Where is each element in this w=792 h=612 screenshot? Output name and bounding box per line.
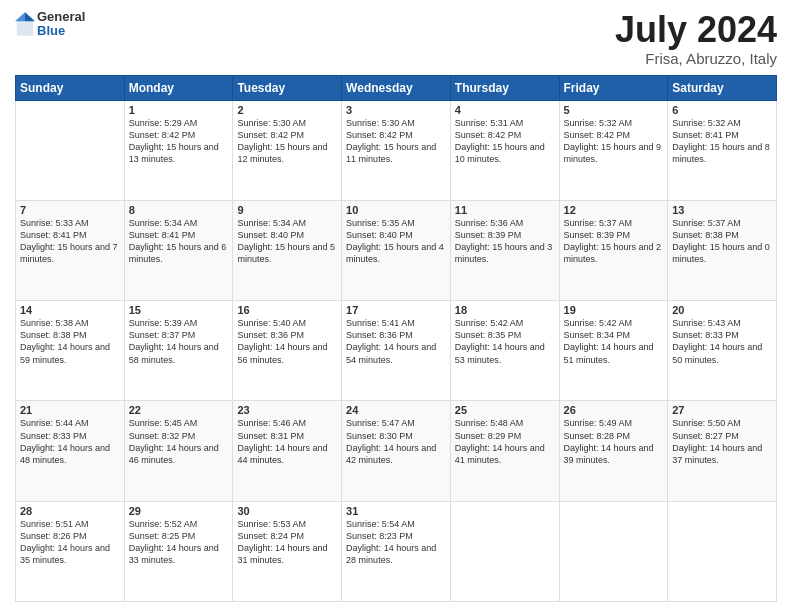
- day-info: Sunrise: 5:45 AMSunset: 8:32 PMDaylight:…: [129, 418, 219, 464]
- day-cell: 14 Sunrise: 5:38 AMSunset: 8:38 PMDaylig…: [16, 301, 125, 401]
- day-info: Sunrise: 5:46 AMSunset: 8:31 PMDaylight:…: [237, 418, 327, 464]
- day-info: Sunrise: 5:35 AMSunset: 8:40 PMDaylight:…: [346, 218, 444, 264]
- day-cell: 25 Sunrise: 5:48 AMSunset: 8:29 PMDaylig…: [450, 401, 559, 501]
- day-cell: 21 Sunrise: 5:44 AMSunset: 8:33 PMDaylig…: [16, 401, 125, 501]
- logo: General Blue: [15, 10, 85, 39]
- logo-text: General Blue: [37, 10, 85, 39]
- day-cell: 28 Sunrise: 5:51 AMSunset: 8:26 PMDaylig…: [16, 501, 125, 601]
- day-number: 22: [129, 404, 229, 416]
- day-number: 3: [346, 104, 446, 116]
- day-info: Sunrise: 5:54 AMSunset: 8:23 PMDaylight:…: [346, 519, 436, 565]
- day-cell: 16 Sunrise: 5:40 AMSunset: 8:36 PMDaylig…: [233, 301, 342, 401]
- day-cell: 27 Sunrise: 5:50 AMSunset: 8:27 PMDaylig…: [668, 401, 777, 501]
- day-number: 30: [237, 505, 337, 517]
- day-info: Sunrise: 5:38 AMSunset: 8:38 PMDaylight:…: [20, 318, 110, 364]
- day-number: 17: [346, 304, 446, 316]
- day-cell: 17 Sunrise: 5:41 AMSunset: 8:36 PMDaylig…: [342, 301, 451, 401]
- day-info: Sunrise: 5:51 AMSunset: 8:26 PMDaylight:…: [20, 519, 110, 565]
- day-cell: 9 Sunrise: 5:34 AMSunset: 8:40 PMDayligh…: [233, 200, 342, 300]
- day-cell: [16, 100, 125, 200]
- weekday-header-saturday: Saturday: [668, 75, 777, 100]
- day-cell: 22 Sunrise: 5:45 AMSunset: 8:32 PMDaylig…: [124, 401, 233, 501]
- day-cell: 3 Sunrise: 5:30 AMSunset: 8:42 PMDayligh…: [342, 100, 451, 200]
- day-info: Sunrise: 5:32 AMSunset: 8:42 PMDaylight:…: [564, 118, 662, 164]
- day-info: Sunrise: 5:30 AMSunset: 8:42 PMDaylight:…: [237, 118, 327, 164]
- day-info: Sunrise: 5:36 AMSunset: 8:39 PMDaylight:…: [455, 218, 553, 264]
- day-number: 7: [20, 204, 120, 216]
- day-number: 29: [129, 505, 229, 517]
- day-number: 21: [20, 404, 120, 416]
- logo-icon: [15, 10, 35, 38]
- day-cell: 15 Sunrise: 5:39 AMSunset: 8:37 PMDaylig…: [124, 301, 233, 401]
- day-cell: 19 Sunrise: 5:42 AMSunset: 8:34 PMDaylig…: [559, 301, 668, 401]
- day-cell: 13 Sunrise: 5:37 AMSunset: 8:38 PMDaylig…: [668, 200, 777, 300]
- day-number: 9: [237, 204, 337, 216]
- logo-general: General: [37, 9, 85, 24]
- day-cell: 26 Sunrise: 5:49 AMSunset: 8:28 PMDaylig…: [559, 401, 668, 501]
- day-info: Sunrise: 5:49 AMSunset: 8:28 PMDaylight:…: [564, 418, 654, 464]
- day-cell: 31 Sunrise: 5:54 AMSunset: 8:23 PMDaylig…: [342, 501, 451, 601]
- day-number: 31: [346, 505, 446, 517]
- day-info: Sunrise: 5:33 AMSunset: 8:41 PMDaylight:…: [20, 218, 118, 264]
- day-info: Sunrise: 5:34 AMSunset: 8:41 PMDaylight:…: [129, 218, 227, 264]
- day-cell: 11 Sunrise: 5:36 AMSunset: 8:39 PMDaylig…: [450, 200, 559, 300]
- day-number: 24: [346, 404, 446, 416]
- day-cell: 6 Sunrise: 5:32 AMSunset: 8:41 PMDayligh…: [668, 100, 777, 200]
- logo-blue: Blue: [37, 23, 65, 38]
- day-cell: 23 Sunrise: 5:46 AMSunset: 8:31 PMDaylig…: [233, 401, 342, 501]
- day-number: 1: [129, 104, 229, 116]
- day-cell: 5 Sunrise: 5:32 AMSunset: 8:42 PMDayligh…: [559, 100, 668, 200]
- weekday-header-wednesday: Wednesday: [342, 75, 451, 100]
- month-title: July 2024: [615, 10, 777, 50]
- day-info: Sunrise: 5:43 AMSunset: 8:33 PMDaylight:…: [672, 318, 762, 364]
- weekday-header-sunday: Sunday: [16, 75, 125, 100]
- day-info: Sunrise: 5:31 AMSunset: 8:42 PMDaylight:…: [455, 118, 545, 164]
- week-row-2: 14 Sunrise: 5:38 AMSunset: 8:38 PMDaylig…: [16, 301, 777, 401]
- weekday-header-thursday: Thursday: [450, 75, 559, 100]
- day-number: 14: [20, 304, 120, 316]
- day-info: Sunrise: 5:34 AMSunset: 8:40 PMDaylight:…: [237, 218, 335, 264]
- day-cell: 18 Sunrise: 5:42 AMSunset: 8:35 PMDaylig…: [450, 301, 559, 401]
- day-info: Sunrise: 5:32 AMSunset: 8:41 PMDaylight:…: [672, 118, 770, 164]
- day-number: 10: [346, 204, 446, 216]
- day-info: Sunrise: 5:39 AMSunset: 8:37 PMDaylight:…: [129, 318, 219, 364]
- day-cell: 30 Sunrise: 5:53 AMSunset: 8:24 PMDaylig…: [233, 501, 342, 601]
- day-cell: [559, 501, 668, 601]
- day-cell: 2 Sunrise: 5:30 AMSunset: 8:42 PMDayligh…: [233, 100, 342, 200]
- day-number: 25: [455, 404, 555, 416]
- day-info: Sunrise: 5:53 AMSunset: 8:24 PMDaylight:…: [237, 519, 327, 565]
- title-section: July 2024 Frisa, Abruzzo, Italy: [615, 10, 777, 67]
- day-cell: 20 Sunrise: 5:43 AMSunset: 8:33 PMDaylig…: [668, 301, 777, 401]
- day-cell: 1 Sunrise: 5:29 AMSunset: 8:42 PMDayligh…: [124, 100, 233, 200]
- page: General Blue July 2024 Frisa, Abruzzo, I…: [0, 0, 792, 612]
- day-number: 2: [237, 104, 337, 116]
- day-number: 15: [129, 304, 229, 316]
- day-cell: 4 Sunrise: 5:31 AMSunset: 8:42 PMDayligh…: [450, 100, 559, 200]
- day-number: 5: [564, 104, 664, 116]
- day-number: 11: [455, 204, 555, 216]
- day-info: Sunrise: 5:44 AMSunset: 8:33 PMDaylight:…: [20, 418, 110, 464]
- week-row-3: 21 Sunrise: 5:44 AMSunset: 8:33 PMDaylig…: [16, 401, 777, 501]
- header: General Blue July 2024 Frisa, Abruzzo, I…: [15, 10, 777, 67]
- day-cell: 24 Sunrise: 5:47 AMSunset: 8:30 PMDaylig…: [342, 401, 451, 501]
- weekday-header-monday: Monday: [124, 75, 233, 100]
- week-row-1: 7 Sunrise: 5:33 AMSunset: 8:41 PMDayligh…: [16, 200, 777, 300]
- weekday-header-tuesday: Tuesday: [233, 75, 342, 100]
- day-number: 27: [672, 404, 772, 416]
- day-info: Sunrise: 5:47 AMSunset: 8:30 PMDaylight:…: [346, 418, 436, 464]
- day-number: 16: [237, 304, 337, 316]
- day-info: Sunrise: 5:48 AMSunset: 8:29 PMDaylight:…: [455, 418, 545, 464]
- day-info: Sunrise: 5:37 AMSunset: 8:39 PMDaylight:…: [564, 218, 662, 264]
- day-number: 28: [20, 505, 120, 517]
- day-info: Sunrise: 5:50 AMSunset: 8:27 PMDaylight:…: [672, 418, 762, 464]
- day-number: 18: [455, 304, 555, 316]
- day-number: 8: [129, 204, 229, 216]
- weekday-header-friday: Friday: [559, 75, 668, 100]
- day-info: Sunrise: 5:42 AMSunset: 8:35 PMDaylight:…: [455, 318, 545, 364]
- calendar-table: SundayMondayTuesdayWednesdayThursdayFrid…: [15, 75, 777, 602]
- day-number: 13: [672, 204, 772, 216]
- day-info: Sunrise: 5:30 AMSunset: 8:42 PMDaylight:…: [346, 118, 436, 164]
- location: Frisa, Abruzzo, Italy: [615, 50, 777, 67]
- day-cell: 12 Sunrise: 5:37 AMSunset: 8:39 PMDaylig…: [559, 200, 668, 300]
- day-info: Sunrise: 5:52 AMSunset: 8:25 PMDaylight:…: [129, 519, 219, 565]
